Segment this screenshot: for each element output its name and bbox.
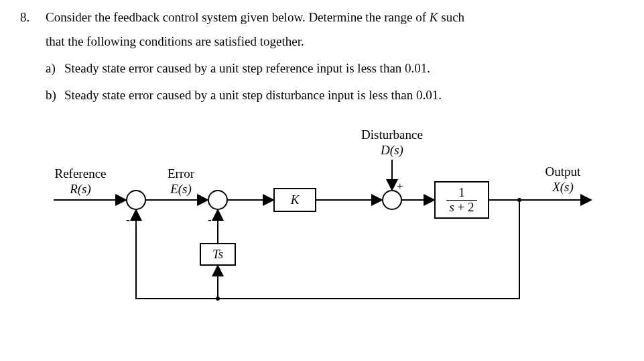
sub-b-label: b) — [46, 83, 64, 107]
q-text-1: Consider the feedback control system giv… — [46, 10, 430, 24]
block-diagram: Reference R(s) Error E(s) Disturbance D(… — [20, 127, 603, 315]
variable-K: K — [430, 10, 438, 24]
sub-a-text: Steady state error caused by a unit step… — [64, 56, 430, 81]
question-body: Consider the feedback control system giv… — [46, 5, 624, 107]
sub-a-label: a) — [46, 56, 64, 81]
sub-b-text: Steady state error caused by a unit step… — [64, 83, 442, 107]
question-line1: Consider the feedback control system giv… — [46, 5, 624, 30]
wires — [20, 127, 603, 315]
q-text-1-tail: such — [438, 10, 465, 24]
question-line2: that the following conditions are satisf… — [46, 30, 624, 54]
question-number: 8. — [20, 5, 46, 107]
question-block: 8. Consider the feedback control system … — [20, 5, 624, 107]
sub-a: a) Steady state error caused by a unit s… — [46, 56, 624, 81]
sub-b: b) Steady state error caused by a unit s… — [46, 83, 624, 107]
